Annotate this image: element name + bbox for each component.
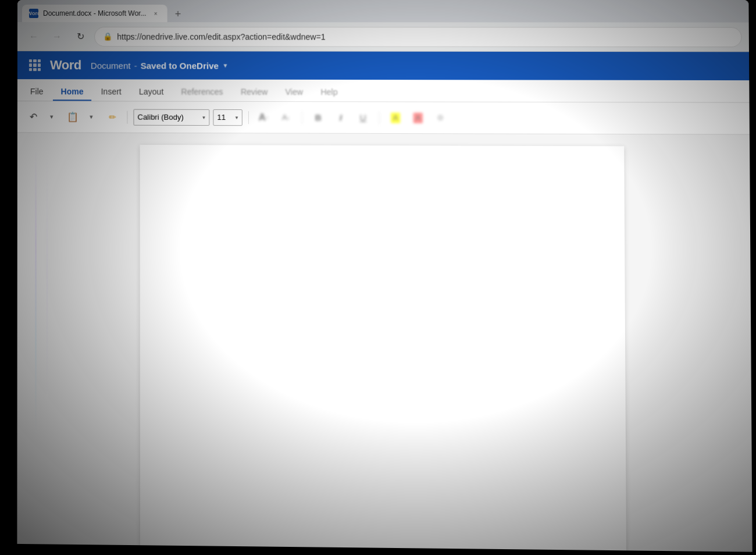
tab-references-label: References: [181, 87, 223, 97]
extra-format-icon: ⚙: [437, 113, 444, 122]
tab-close-button[interactable]: ×: [151, 9, 161, 18]
tab-file[interactable]: File: [22, 83, 52, 101]
grid-dot-5: [33, 63, 36, 66]
document-area: [17, 133, 752, 552]
tab-insert[interactable]: Insert: [93, 83, 130, 101]
new-tab-button[interactable]: +: [170, 6, 186, 22]
font-family-arrow-icon: ▾: [202, 114, 205, 120]
extra-format-button[interactable]: ⚙: [432, 109, 450, 126]
address-bar-row: ← → ↻ 🔒 https://onedrive.live.com/edit.a…: [17, 22, 749, 52]
ribbon-tabs: File Home Insert Layout References Revie…: [17, 79, 750, 103]
decrease-font-icon: A: [282, 113, 287, 122]
underline-icon: U: [360, 113, 366, 123]
title-chevron-icon[interactable]: ▾: [223, 61, 227, 69]
font-color-icon: A: [413, 112, 423, 123]
font-size-arrow-icon: ▾: [236, 115, 238, 120]
grid-dot-4: [29, 63, 32, 66]
format-painter-button[interactable]: ✏: [104, 108, 121, 126]
font-family-value: Calibri (Body): [137, 113, 183, 122]
increase-font-button[interactable]: A ↑: [255, 109, 272, 126]
refresh-button[interactable]: ↻: [71, 27, 90, 46]
grid-dot-2: [33, 59, 36, 62]
highlight-icon: A: [391, 112, 400, 123]
word-logo: Word: [50, 58, 81, 73]
font-size-value: 11: [217, 113, 226, 122]
home-toolbar: ↶ ▾ 📋 ▾ ✏ Calibri (Body) ▾ 11 ▾: [17, 101, 750, 134]
toolbar-sep-3: [302, 111, 302, 124]
undo-group: ↶ ▾: [24, 108, 60, 126]
address-input[interactable]: 🔒 https://onedrive.live.com/edit.aspx?ac…: [94, 27, 741, 47]
tab-help[interactable]: Help: [312, 84, 346, 101]
forward-button[interactable]: →: [48, 27, 66, 46]
url-text: https://onedrive.live.com/edit.aspx?acti…: [117, 32, 325, 41]
word-favicon-letter: Word: [27, 10, 41, 16]
title-separator: -: [134, 61, 137, 70]
toolbar-sep-1: [127, 111, 127, 123]
format-painter-icon: ✏: [109, 112, 116, 122]
document-page[interactable]: [140, 145, 627, 552]
tab-review[interactable]: Review: [233, 84, 276, 101]
browser-window: Word Document.docx - Microsoft Wor... × …: [17, 0, 752, 552]
italic-button[interactable]: I: [332, 109, 350, 126]
text-formatting-group: A ↑ A ↓ B I U A A: [255, 109, 450, 127]
clipboard-icon: 📋: [67, 111, 79, 122]
document-name[interactable]: Document: [91, 61, 131, 70]
undo-button[interactable]: ↶: [24, 108, 42, 126]
bold-button[interactable]: B: [309, 109, 327, 126]
decrease-font-super-icon: ↓: [287, 115, 290, 120]
font-family-selector[interactable]: Calibri (Body) ▾: [133, 109, 209, 125]
bold-icon: B: [315, 112, 322, 122]
tab-references[interactable]: References: [173, 84, 231, 101]
italic-icon: I: [340, 112, 342, 122]
grid-dot-3: [38, 59, 41, 62]
word-header-bar: Word Document - Saved to OneDrive ▾: [17, 51, 749, 80]
tab-file-label: File: [30, 87, 44, 96]
tab-help-label: Help: [320, 87, 337, 97]
tab-insert-label: Insert: [101, 87, 122, 96]
toolbar-sep-2: [248, 111, 249, 124]
highlight-color-button[interactable]: A: [387, 109, 405, 126]
grid-dot-8: [33, 68, 36, 71]
increase-font-super-icon: ↑: [266, 115, 269, 120]
tab-review-label: Review: [241, 87, 268, 97]
undo-dropdown[interactable]: ▾: [43, 108, 60, 126]
tab-view[interactable]: View: [277, 84, 311, 101]
tab-layout[interactable]: Layout: [131, 83, 172, 101]
font-size-selector[interactable]: 11 ▾: [213, 109, 242, 125]
clipboard-dropdown[interactable]: ▾: [83, 108, 100, 126]
increase-font-icon: A: [259, 112, 266, 123]
clipboard-group: 📋 ▾: [64, 108, 100, 126]
clipboard-button[interactable]: 📋: [64, 108, 81, 126]
tab-home[interactable]: Home: [53, 83, 92, 101]
document-title-area: Document - Saved to OneDrive ▾: [91, 61, 227, 70]
active-tab[interactable]: Word Document.docx - Microsoft Wor... ×: [22, 5, 167, 22]
grid-dot-7: [29, 68, 32, 71]
tab-title: Document.docx - Microsoft Wor...: [43, 9, 147, 17]
tab-home-label: Home: [61, 87, 84, 96]
apps-grid-button[interactable]: [27, 57, 43, 73]
grid-dot-1: [29, 59, 32, 62]
grid-dot-9: [38, 68, 41, 71]
undo-icon: ↶: [29, 111, 37, 122]
lock-icon: 🔒: [103, 32, 112, 41]
grid-dot-6: [38, 63, 41, 66]
browser-tab-bar: Word Document.docx - Microsoft Wor... × …: [17, 0, 749, 23]
tab-layout-label: Layout: [139, 87, 163, 96]
underline-button[interactable]: U: [354, 109, 372, 126]
tab-favicon-word: Word: [29, 9, 38, 18]
tab-view-label: View: [286, 87, 303, 97]
save-status: Saved to OneDrive: [141, 61, 219, 70]
decrease-font-button[interactable]: A ↓: [277, 109, 294, 126]
toolbar-sep-4: [379, 111, 380, 124]
back-button[interactable]: ←: [24, 27, 43, 46]
font-color-button[interactable]: A: [409, 109, 427, 126]
